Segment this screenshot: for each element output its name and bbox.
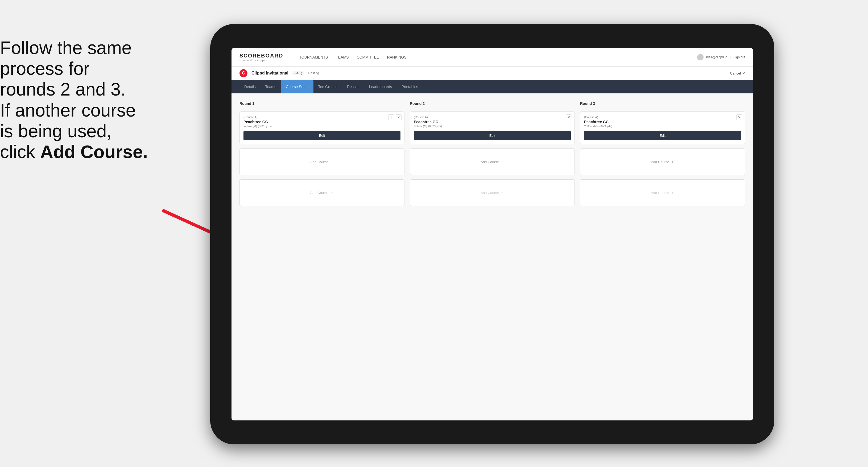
- nav-links: TOURNAMENTS TEAMS COMMITTEE RANKINGS: [299, 54, 686, 61]
- course-label-r3: (Course A): [584, 116, 741, 119]
- tab-bar: Details Teams Course Setup Tee Groups Re…: [231, 80, 753, 93]
- sign-out-link[interactable]: Sign out: [733, 55, 745, 59]
- tournament-gender: (Men): [292, 71, 304, 75]
- edit-button-r2[interactable]: Edit: [414, 131, 571, 140]
- round-1-title: Round 1: [240, 101, 404, 106]
- tab-results[interactable]: Results: [342, 80, 364, 93]
- round-3-column: Round 3 ✕ (Course A) Peachtree GC Yellow…: [580, 101, 745, 206]
- user-avatar: [697, 54, 704, 60]
- tournament-header: C Clippd Invitational (Men) Hosting Canc…: [231, 66, 753, 80]
- logo-area: SCOREBOARD Powered by clippd: [240, 53, 283, 62]
- logo-title: SCOREBOARD: [240, 53, 283, 59]
- nav-teams[interactable]: TEAMS: [336, 54, 349, 61]
- course-label-r2: (Course A): [414, 116, 571, 119]
- course-details: Yellow (M) (6629 yds): [244, 125, 400, 128]
- hosting-badge: Hosting: [308, 71, 319, 75]
- clippd-logo: C: [240, 69, 247, 77]
- card-actions-r3: ✕: [736, 115, 742, 120]
- card-collapse-btn[interactable]: ⋮: [388, 115, 394, 120]
- tablet-screen: SCOREBOARD Powered by clippd TOURNAMENTS…: [231, 48, 753, 421]
- main-content: Round 1 ⋮ ✕ (Course A) Peachtree GC Yell…: [231, 93, 753, 421]
- edit-button-r3[interactable]: Edit: [584, 131, 741, 140]
- nav-committee[interactable]: COMMITTEE: [357, 54, 379, 61]
- card-remove-btn[interactable]: ✕: [396, 115, 402, 120]
- add-course-r1-slot2[interactable]: Add Course ＋: [240, 179, 404, 206]
- tab-tee-groups[interactable]: Tee Groups: [313, 80, 342, 93]
- course-name: Peachtree GC: [244, 120, 400, 124]
- nav-rankings[interactable]: RANKINGS: [387, 54, 407, 61]
- add-course-r2-slot2[interactable]: Add Course ＋: [410, 179, 575, 206]
- top-nav: SCOREBOARD Powered by clippd TOURNAMENTS…: [231, 48, 753, 66]
- add-course-r3-slot1[interactable]: Add Course ＋: [580, 149, 745, 175]
- round-1-course-card: ⋮ ✕ (Course A) Peachtree GC Yellow (M) (…: [240, 112, 404, 144]
- tablet-shell: SCOREBOARD Powered by clippd TOURNAMENTS…: [210, 24, 774, 444]
- round-3-course-card: ✕ (Course A) Peachtree GC Yellow (M) (66…: [580, 112, 745, 144]
- nav-right: blair@clippd.io | Sign out: [697, 54, 745, 60]
- round-2-title: Round 2: [410, 101, 575, 106]
- tab-teams[interactable]: Teams: [260, 80, 281, 93]
- instruction-text: Follow the same process for rounds 2 and…: [0, 37, 199, 162]
- logo-subtitle: Powered by clippd: [240, 59, 283, 62]
- card-actions: ⋮ ✕: [388, 115, 402, 120]
- course-details-r2: Yellow (M) (6629 yds): [414, 125, 571, 128]
- round-2-column: Round 2 ✕ (Course A) Peachtree GC Yellow…: [410, 101, 575, 206]
- course-details-r3: Yellow (M) (6629 yds): [584, 125, 741, 128]
- add-course-r3-slot2[interactable]: Add Course ＋: [580, 179, 745, 206]
- round-2-course-card: ✕ (Course A) Peachtree GC Yellow (M) (66…: [410, 112, 575, 144]
- cancel-button[interactable]: Cancel ✕: [730, 71, 745, 75]
- course-name-r3: Peachtree GC: [584, 120, 741, 124]
- tab-printables[interactable]: Printables: [397, 80, 423, 93]
- rounds-grid: Round 1 ⋮ ✕ (Course A) Peachtree GC Yell…: [240, 101, 745, 206]
- tab-leaderboards[interactable]: Leaderboards: [364, 80, 397, 93]
- edit-button-r1[interactable]: Edit: [244, 131, 400, 140]
- course-label: (Course A): [244, 116, 400, 119]
- course-name-r2: Peachtree GC: [414, 120, 571, 124]
- round-1-column: Round 1 ⋮ ✕ (Course A) Peachtree GC Yell…: [240, 101, 404, 206]
- card-actions-r2: ✕: [566, 115, 572, 120]
- add-course-r2-slot1[interactable]: Add Course ＋: [410, 149, 575, 175]
- tab-details[interactable]: Details: [240, 80, 260, 93]
- card-remove-btn-r2[interactable]: ✕: [566, 115, 572, 120]
- round-3-title: Round 3: [580, 101, 745, 106]
- user-email: blair@clippd.io: [706, 55, 727, 59]
- card-remove-btn-r3[interactable]: ✕: [736, 115, 742, 120]
- tab-course-setup[interactable]: Course Setup: [281, 80, 313, 93]
- nav-tournaments[interactable]: TOURNAMENTS: [299, 54, 328, 61]
- add-course-r1-slot1[interactable]: Add Course ＋: [240, 149, 404, 175]
- tournament-name: Clippd Invitational: [251, 71, 288, 75]
- separator: |: [730, 55, 731, 59]
